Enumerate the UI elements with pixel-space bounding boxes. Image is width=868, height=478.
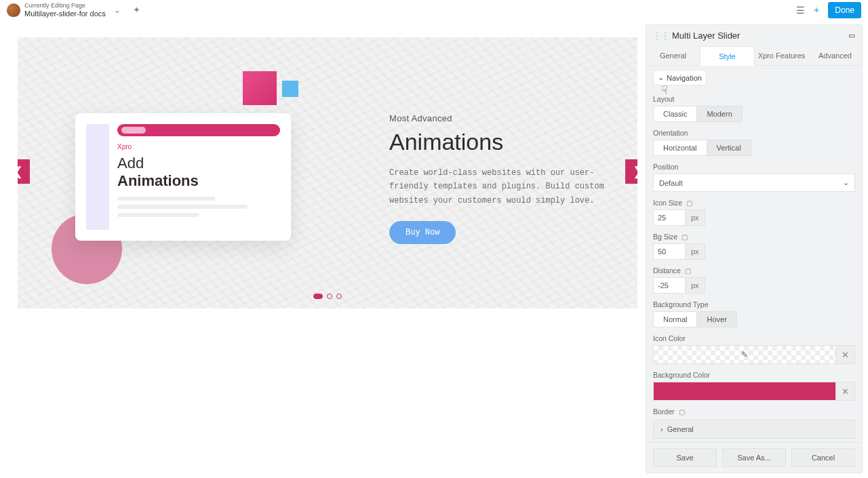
bg-size-input[interactable] xyxy=(653,243,686,260)
done-button[interactable]: Done xyxy=(828,2,861,18)
add-module-icon[interactable]: ＋ xyxy=(812,4,821,16)
chevron-down-icon: ⌄ xyxy=(843,178,849,187)
skeleton-line xyxy=(117,197,215,201)
slider-prev-button[interactable]: ❮ xyxy=(18,159,30,184)
hero-copy: Most Advanced Animations Create world-cl… xyxy=(389,113,606,244)
page-dropdown-chevron-icon[interactable]: ⌄ xyxy=(110,5,125,15)
section-navigation[interactable]: ⌄ Navigation xyxy=(653,70,707,85)
pagination-dot-1[interactable] xyxy=(313,294,323,299)
settings-panel: ⋮⋮ Multi Layer Slider ▭ General Style Xp… xyxy=(646,24,863,473)
panel-title: Multi Layer Slider xyxy=(672,31,740,41)
responsive-icon[interactable]: ▢ xyxy=(679,408,685,416)
pagination-dot-2[interactable] xyxy=(327,294,332,299)
orientation-horizontal-button[interactable]: Horizontal xyxy=(653,140,707,156)
orientation-label: Orientation xyxy=(653,129,855,137)
cancel-button[interactable]: Cancel xyxy=(791,448,855,467)
slider-preview: ❮ ❯ Xpro Add Animations Most Advanced An… xyxy=(18,37,637,308)
drag-handle-icon[interactable]: ⋮⋮ xyxy=(653,31,669,41)
tab-style[interactable]: Style xyxy=(700,46,755,66)
responsive-icon[interactable]: ▢ xyxy=(682,233,688,241)
position-select[interactable]: Default ⌄ xyxy=(653,174,855,192)
distance-label: Distance xyxy=(653,266,681,275)
card-sidebar xyxy=(86,124,109,230)
save-button[interactable]: Save xyxy=(653,448,717,467)
tab-advanced[interactable]: Advanced xyxy=(808,46,862,65)
bg-size-label: Bg Size xyxy=(653,233,677,241)
slider-pagination[interactable] xyxy=(18,294,637,299)
hero-eyebrow: Most Advanced xyxy=(389,113,606,123)
position-value: Default xyxy=(659,179,683,187)
responsive-icon[interactable]: ▢ xyxy=(686,199,692,207)
icon-color-label: Icon Color xyxy=(653,334,855,342)
card-heading-1: Add xyxy=(117,155,280,172)
feature-card: Xpro Add Animations xyxy=(75,113,291,241)
layout-label: Layout xyxy=(653,95,855,103)
bg-size-unit[interactable]: px xyxy=(686,243,705,260)
card-progress-bar xyxy=(117,124,280,136)
background-color-label: Background Color xyxy=(653,371,855,379)
skeleton-line xyxy=(117,205,248,209)
beaver-logo-icon xyxy=(7,3,20,17)
border-label: Border xyxy=(653,407,675,416)
background-color-swatch[interactable] xyxy=(653,382,836,401)
icon-size-label: Icon Size xyxy=(653,199,682,207)
tab-general[interactable]: General xyxy=(646,46,700,65)
slider-next-button[interactable]: ❯ xyxy=(625,159,637,184)
icon-color-clear-button[interactable]: ✕ xyxy=(836,345,855,364)
distance-unit[interactable]: px xyxy=(686,277,705,294)
save-as-button[interactable]: Save As... xyxy=(722,448,786,467)
chevron-down-icon: ⌄ xyxy=(658,73,664,82)
chevron-right-icon: ❯ xyxy=(633,164,638,179)
distance-input[interactable] xyxy=(653,277,686,294)
editing-label: Currently Editing Page xyxy=(24,3,106,9)
decor-square-blue xyxy=(282,81,298,97)
page-title: Multilayer-slider-for docs xyxy=(24,9,106,18)
section-navigation-label: Navigation xyxy=(667,74,702,82)
icon-color-swatch[interactable]: ✎ xyxy=(653,345,836,364)
card-brand: Xpro xyxy=(117,143,280,151)
orientation-vertical-button[interactable]: Vertical xyxy=(707,140,751,156)
background-color-clear-button[interactable]: ✕ xyxy=(836,382,855,401)
responsive-icon[interactable]: ▢ xyxy=(685,267,691,275)
layout-modern-button[interactable]: Modern xyxy=(697,106,742,122)
border-general-label: General xyxy=(667,425,694,433)
bg-type-normal-button[interactable]: Normal xyxy=(653,311,697,327)
buy-now-button[interactable]: Buy Now xyxy=(389,221,456,244)
position-label: Position xyxy=(653,163,855,171)
tab-xpro-features[interactable]: Xpro Features xyxy=(755,46,808,65)
eyedropper-icon[interactable]: ✎ xyxy=(741,350,748,359)
panel-resize-icon[interactable]: ▭ xyxy=(848,31,855,40)
chevron-right-icon: › xyxy=(660,425,663,433)
card-heading-2: Animations xyxy=(117,172,280,190)
icon-size-unit[interactable]: px xyxy=(686,210,705,226)
notifications-icon[interactable]: ✦ xyxy=(133,5,140,15)
hero-title: Animations xyxy=(389,129,606,155)
pagination-dot-3[interactable] xyxy=(336,294,342,299)
chevron-left-icon: ❮ xyxy=(18,164,23,179)
bg-type-hover-button[interactable]: Hover xyxy=(697,311,736,327)
icon-size-input[interactable] xyxy=(653,210,686,226)
border-general-accordion[interactable]: › General xyxy=(653,420,855,439)
decor-square-pink xyxy=(243,71,277,105)
background-type-label: Background Type xyxy=(653,300,855,308)
skeleton-line xyxy=(117,213,199,217)
outline-icon[interactable]: ☰ xyxy=(796,5,805,16)
layout-classic-button[interactable]: Classic xyxy=(653,106,697,122)
hero-description: Create world-class websites with our use… xyxy=(389,166,606,207)
